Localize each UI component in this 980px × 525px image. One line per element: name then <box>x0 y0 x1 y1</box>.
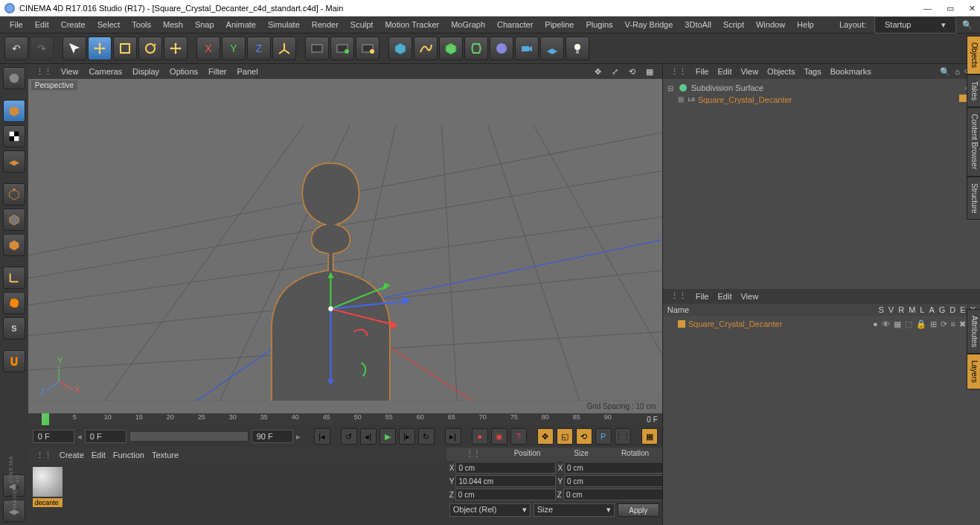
vp-panel[interactable]: Panel <box>232 66 262 77</box>
vp-zoom-icon[interactable]: ⤢ <box>607 66 623 78</box>
render-settings-button[interactable] <box>356 36 379 60</box>
layer-col-R[interactable]: R <box>898 305 904 314</box>
menu-v-raybridge[interactable]: V-Ray Bridge <box>620 18 679 31</box>
menu-select[interactable]: Select <box>92 18 126 31</box>
lastused-tool[interactable] <box>164 36 188 60</box>
key-param-button[interactable]: P <box>595 428 612 445</box>
object-item[interactable]: Square_Crystal_Decanter <box>698 95 792 104</box>
y-axis-button[interactable]: Y <box>222 36 246 60</box>
menu-mesh[interactable]: Mesh <box>158 18 188 31</box>
coord-sys-button[interactable] <box>272 36 296 60</box>
timeline-ruler[interactable]: 0510152025303540455055606570758085900 F <box>28 413 662 425</box>
om-objects[interactable]: Objects <box>767 67 795 76</box>
pos-y[interactable] <box>455 475 556 487</box>
side-tab-objects[interactable]: Objects <box>967 36 980 74</box>
key-rot-button[interactable]: ⟲ <box>576 428 592 445</box>
environment-button[interactable] <box>490 36 513 60</box>
vp-filter[interactable]: Filter <box>204 66 231 77</box>
range-start-field[interactable] <box>85 430 126 443</box>
layer-manager[interactable]: Square_Crystal_Decanter ●👁▦⬚🔒⊞⟳≡✖⊣ <box>663 316 980 526</box>
autokey-button[interactable]: ◉ <box>491 428 507 445</box>
model-mode-button[interactable] <box>3 100 25 122</box>
primitive-button[interactable] <box>388 36 412 60</box>
frame-fwd-button[interactable]: |▸ <box>399 428 415 445</box>
layer-item[interactable]: Square_Crystal_Decanter <box>688 319 783 328</box>
size-z[interactable] <box>563 489 664 500</box>
undo-button[interactable]: ↶ <box>4 36 28 60</box>
poly-mode-button[interactable] <box>3 234 25 256</box>
render-button[interactable] <box>305 36 329 60</box>
menu-pipeline[interactable]: Pipeline <box>539 18 579 31</box>
z-axis-button[interactable]: Z <box>247 36 271 60</box>
coord-mode-dropdown[interactable]: Object (Rel)▾ <box>449 503 531 517</box>
scale-tool[interactable] <box>113 36 137 60</box>
layer-col-L[interactable]: L <box>920 305 924 314</box>
key-pos-button[interactable]: ✥ <box>537 428 554 445</box>
rotate-tool[interactable] <box>138 36 162 60</box>
layout-dropdown[interactable]: Startup▾ <box>874 16 956 34</box>
vp-display[interactable]: Display <box>128 66 164 77</box>
om-tags[interactable]: Tags <box>804 67 821 76</box>
om-edit[interactable]: Edit <box>717 67 731 76</box>
menu-character[interactable]: Character <box>492 18 538 31</box>
om-view[interactable]: View <box>740 67 758 76</box>
render-region-button[interactable] <box>330 36 354 60</box>
x-axis-button[interactable]: X <box>196 36 220 60</box>
close-button[interactable]: ✕ <box>969 4 976 13</box>
move-tool[interactable] <box>88 36 112 60</box>
lm-view[interactable]: View <box>740 292 758 301</box>
camera-button[interactable] <box>515 36 539 60</box>
om-bookmarks[interactable]: Bookmarks <box>830 67 871 76</box>
menu-window[interactable]: Window <box>751 18 790 31</box>
redo-button[interactable]: ↷ <box>30 36 54 60</box>
key-pla-button[interactable]: ⋮⋮ <box>615 428 631 445</box>
mat-function[interactable]: Function <box>113 451 144 459</box>
side-tab-takes[interactable]: Takes <box>967 74 980 107</box>
axis-button[interactable] <box>3 267 25 289</box>
layer-col-M[interactable]: M <box>909 305 915 314</box>
search-icon[interactable]: 🔍 <box>959 20 976 30</box>
play-button[interactable]: ▶ <box>379 428 396 445</box>
minimize-button[interactable]: — <box>923 4 932 13</box>
light-button[interactable] <box>566 36 589 60</box>
vp-rotate-icon[interactable]: ⟲ <box>624 66 640 78</box>
pos-z[interactable] <box>455 489 556 500</box>
apply-button[interactable]: Apply <box>618 503 659 517</box>
magnet-button[interactable] <box>3 350 25 372</box>
om-home-icon[interactable]: ⌂ <box>955 67 960 77</box>
record-button[interactable]: ● <box>472 428 488 445</box>
menu-file[interactable]: File <box>4 18 28 31</box>
lm-edit[interactable]: Edit <box>717 292 731 301</box>
floor-button[interactable] <box>540 36 564 60</box>
menu-mograph[interactable]: MoGraph <box>446 18 490 31</box>
layer-col-G[interactable]: G <box>939 305 946 314</box>
goto-end-button[interactable]: ▸| <box>445 428 461 445</box>
texture-mode-button[interactable] <box>3 125 25 147</box>
key-scale-button[interactable]: ◱ <box>557 428 573 445</box>
layer-col-E[interactable]: E <box>960 305 965 314</box>
side-tab-structure[interactable]: Structure <box>967 176 980 220</box>
frame-back-button[interactable]: ◂| <box>360 428 377 445</box>
vp-layout-icon[interactable]: ▦ <box>641 66 658 78</box>
step-forward-loop[interactable]: ↻ <box>418 428 435 445</box>
make-editable-button[interactable] <box>3 67 25 89</box>
vp-options[interactable]: Options <box>165 66 202 77</box>
side-tab-layers[interactable]: Layers <box>967 354 980 389</box>
vp-cameras[interactable]: Cameras <box>84 66 126 77</box>
size-x[interactable] <box>564 462 664 474</box>
generator-button[interactable] <box>439 36 463 60</box>
animation-layout-button[interactable]: ▦ <box>641 428 658 445</box>
menu-script[interactable]: Script <box>718 18 749 31</box>
om-search-icon[interactable]: 🔍 <box>940 67 950 77</box>
menu-3dtoall[interactable]: 3DtoAll <box>679 18 716 31</box>
layer-col-V[interactable]: V <box>888 305 894 314</box>
menu-simulate[interactable]: Simulate <box>263 18 305 31</box>
current-frame-field[interactable] <box>33 430 74 443</box>
point-mode-button[interactable] <box>3 183 25 206</box>
object-manager[interactable]: ⊟ Subdivision Surface ▪✓ ⊞ L0 Square_Cry… <box>663 79 980 289</box>
menu-edit[interactable]: Edit <box>30 18 54 31</box>
layer-col-A[interactable]: A <box>929 305 934 314</box>
menu-render[interactable]: Render <box>307 18 344 31</box>
edge-mode-button[interactable] <box>3 209 25 231</box>
range-end-field[interactable] <box>252 430 293 443</box>
